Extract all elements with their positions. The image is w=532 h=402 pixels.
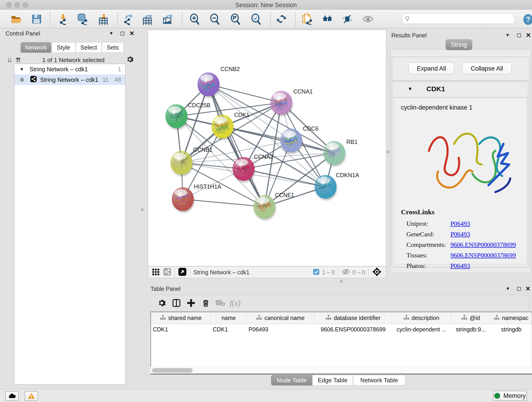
import-table-button[interactable] (97, 12, 110, 26)
column-header-description[interactable]: description (392, 312, 451, 324)
table-row[interactable]: CDK1CDK1P064939606.ENSP00000378699cyclin… (151, 324, 532, 335)
zoom-out-button[interactable] (208, 12, 221, 26)
crosslink-link[interactable]: P06493 (450, 220, 470, 227)
network-node-CDC6[interactable]: CDC6 (280, 125, 318, 154)
search-box[interactable]: ⚲ (402, 13, 514, 24)
network-view-toolbar: String Network – cdk1 1 – 0 0 – 0 (148, 266, 386, 278)
add-column-icon[interactable] (184, 297, 198, 309)
crosslinks-title: CrossLinks (401, 208, 434, 216)
expand-all-button[interactable]: Expand All (409, 63, 454, 75)
network-edge[interactable] (244, 169, 326, 187)
tree-expander-icon[interactable]: ▼ (19, 67, 24, 72)
tab-node-table[interactable]: Node Table (271, 375, 312, 385)
tab-select[interactable]: Select (76, 42, 102, 53)
selected-checkbox[interactable] (312, 268, 320, 276)
cloud-button[interactable] (5, 391, 19, 401)
table-panel: Table Panel ▾ ◻ ✕ f(x) shared namenameca… (145, 281, 532, 389)
results-scrollbar[interactable] (528, 82, 531, 267)
memory-status-dot (494, 393, 500, 399)
column-header--id[interactable]: @id (451, 312, 491, 324)
tab-string[interactable]: String (446, 39, 472, 50)
crosslink-link[interactable]: P06493 (450, 230, 470, 238)
crosslink-link[interactable]: 9606.ENSP00000378699 (450, 241, 516, 249)
tree-glyph-icon (256, 314, 262, 322)
float-panel-icon[interactable]: ◻ (517, 32, 521, 38)
zoom-fit-button[interactable] (229, 12, 242, 26)
export-table-button[interactable] (141, 12, 154, 26)
refresh-button[interactable] (275, 12, 288, 26)
copy-network-button[interactable] (300, 12, 313, 26)
network-node-CCNB2[interactable]: CCNB2 (198, 66, 240, 98)
gene-header[interactable]: ▼ CDK1 (392, 82, 530, 97)
warning-button[interactable] (25, 391, 38, 401)
table-settings-gear-icon[interactable] (154, 297, 169, 309)
float-panel-icon[interactable]: ◻ (517, 285, 521, 292)
gene-name: CDK1 (426, 85, 445, 93)
column-header-name[interactable]: name (211, 312, 247, 324)
open-in-window-icon[interactable] (178, 268, 187, 277)
network-collection-row[interactable]: ▼ String Network – cdk1 1 (14, 64, 125, 75)
expand-all-icon[interactable]: ⇈ (15, 56, 21, 64)
help-button[interactable]: ? (521, 13, 532, 26)
panel-menu-icon[interactable]: ▾ (110, 30, 113, 36)
table-cell: stringdb (491, 324, 532, 335)
tab-style[interactable]: Style (51, 42, 76, 53)
tab-sets[interactable]: Sets (102, 42, 124, 53)
close-panel-icon[interactable]: ✕ (525, 285, 531, 293)
collapse-section-icon[interactable]: ▼ (408, 86, 413, 92)
column-header-namespac[interactable]: namespac (491, 312, 532, 324)
close-panel-icon[interactable]: ✕ (526, 32, 531, 39)
network-node-CDKN1A[interactable]: CDKN1A (315, 172, 359, 200)
network-node-CCNE1[interactable]: CCNE1 (254, 192, 294, 220)
network-node-RB1[interactable]: RB1 (323, 139, 358, 166)
first-neighbors-button[interactable] (321, 12, 334, 26)
export-network-button[interactable] (121, 12, 134, 26)
left-splitter-handle[interactable] (141, 208, 144, 211)
table-hscrollbar[interactable] (151, 367, 532, 374)
network-node-HIST1H1A[interactable]: HIST1H1A (172, 183, 221, 212)
delete-column-trash-icon[interactable] (198, 297, 213, 309)
column-header-shared-name[interactable]: shared name (151, 312, 211, 324)
search-icon: ⚲ (405, 15, 410, 22)
table-hscrollbar-thumb[interactable] (152, 368, 193, 373)
network-badge-icon[interactable] (163, 268, 171, 277)
column-header-database-identifier[interactable]: database identifier (314, 312, 392, 324)
zoom-selected-button[interactable] (249, 12, 263, 26)
collection-count: 1 (118, 66, 121, 73)
collapse-all-button[interactable]: Collapse All (462, 63, 512, 75)
float-panel-icon[interactable]: ◻ (120, 30, 125, 36)
tab-network-table[interactable]: Network Table (353, 375, 405, 385)
crosslink-link[interactable]: 9606.ENSP00000378699 (450, 252, 516, 259)
collapse-all-icon[interactable]: ⇊ (7, 56, 12, 64)
zoom-in-button[interactable] (188, 12, 201, 26)
tab-edge-table[interactable]: Edge Table (312, 375, 353, 385)
column-header-canonical-name[interactable]: canonical name (247, 312, 314, 324)
function-builder-icon[interactable]: f(x) (228, 297, 242, 309)
hide-selected-button[interactable] (341, 12, 354, 26)
show-all-button[interactable] (361, 12, 375, 26)
show-columns-icon[interactable] (169, 297, 184, 309)
import-database-button[interactable] (75, 12, 89, 26)
network-row[interactable]: String Network – cdk1 11 48 (14, 75, 125, 85)
open-file-button[interactable] (9, 12, 23, 26)
string-tab-label: String (451, 41, 467, 48)
network-view[interactable]: CCNB2 CCNA1 CDC25B CDK1 CDC6 (148, 30, 386, 266)
tree-glyph-icon (494, 314, 500, 322)
tab-network[interactable]: Network (21, 42, 51, 53)
import-network-button[interactable] (56, 12, 69, 26)
search-input[interactable] (412, 15, 508, 22)
panel-menu-icon[interactable]: ▾ (507, 286, 509, 292)
grid-view-icon[interactable] (152, 268, 160, 277)
delete-table-icon[interactable] (213, 297, 228, 309)
panel-menu-icon[interactable]: ▾ (506, 32, 509, 38)
close-panel-icon[interactable]: ✕ (129, 30, 134, 37)
toolbar-separator (270, 12, 271, 26)
birds-eye-icon[interactable] (372, 267, 382, 278)
open-folder-icon (10, 13, 22, 25)
save-session-button[interactable] (30, 12, 43, 26)
gear-icon[interactable] (126, 56, 134, 65)
memory-button[interactable]: Memory (493, 391, 527, 401)
collection-label: String Network – cdk1 (30, 66, 88, 73)
export-image-button[interactable] (161, 12, 175, 26)
crosslink-link[interactable]: P06493 (450, 262, 470, 269)
